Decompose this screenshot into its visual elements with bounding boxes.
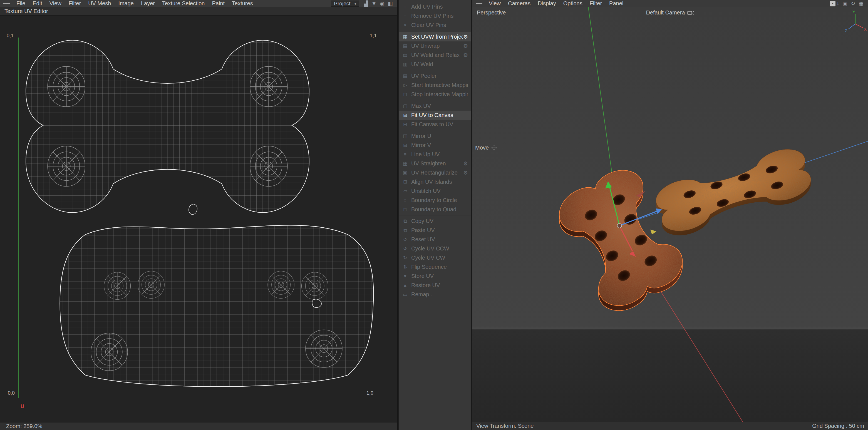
command-label: Remove UV Pins [411, 13, 468, 19]
uv-island-small-a[interactable] [189, 204, 197, 215]
command-store-uv[interactable]: ▼Store UV [399, 272, 471, 281]
command-max-uv[interactable]: ▢Max UV [399, 101, 471, 111]
command-uv-peeler[interactable]: ▤UV Peeler [399, 71, 471, 81]
uv-canvas[interactable]: 0,1 1,1 0,0 1,0 U [0, 16, 397, 422]
command-boundary-to-quad[interactable]: □Boundary to Quad [399, 205, 471, 214]
command-label: Unstitch UV [411, 188, 468, 194]
menu-item-filter[interactable]: Filter [65, 0, 85, 7]
gear-icon[interactable]: ⚙ [463, 170, 468, 176]
uv-corner-top-right: 1,1 [370, 33, 377, 39]
lock-icon[interactable]: ◧ [386, 0, 395, 7]
command-boundary-to-circle[interactable]: ○Boundary to Circle [399, 196, 471, 205]
remap-icon: ▭ [401, 291, 409, 298]
grid-icon[interactable]: ▦ [857, 0, 865, 7]
menu-item-panel[interactable]: Panel [606, 0, 627, 7]
command-label: Add UV Pins [411, 4, 468, 10]
command-flip-sequence[interactable]: ⇅Flip Sequence [399, 263, 471, 272]
viewport-menubar-right: ◐↓▣↻▦ ▪ [828, 0, 866, 7]
uv-corner-bottom-left: 0,0 [8, 390, 15, 396]
lock-icon[interactable]: ▣ [841, 0, 849, 7]
command-align-uv-islands[interactable]: ⊞Align UV Islands [399, 177, 471, 186]
project-dropdown-label: Project [334, 1, 350, 7]
gear-icon[interactable]: ⚙ [463, 52, 468, 58]
gear-icon[interactable]: ⚙ [463, 160, 468, 167]
command-reset-uv[interactable]: ↺Reset UV [399, 235, 471, 244]
menu-item-display[interactable]: Display [534, 0, 560, 7]
command-cycle-uv-ccw[interactable]: ↺Cycle UV CCW [399, 244, 471, 253]
command-mirror-u[interactable]: ◫Mirror U [399, 131, 471, 141]
biscuit-back[interactable] [652, 144, 815, 241]
uv-straighten-icon: ▦ [401, 161, 409, 166]
menu-item-edit[interactable]: Edit [29, 0, 45, 7]
command-label: Stop Interactive Mapping [411, 91, 468, 98]
axis-y-label: Y [852, 9, 855, 14]
command-label: Copy UV [411, 218, 468, 224]
sphere-icon[interactable]: ◉ [378, 0, 386, 7]
menu-item-uv-mesh[interactable]: UV Mesh [85, 0, 115, 7]
command-uv-straighten[interactable]: ▦UV Straighten⚙ [399, 159, 471, 168]
menu-item-image[interactable]: Image [115, 0, 137, 7]
menu-item-options[interactable]: Options [560, 0, 586, 7]
menu-item-layer[interactable]: Layer [137, 0, 158, 7]
stop-interactive-mapping-icon: ◻ [401, 91, 409, 97]
command-line-up-uv[interactable]: ≡Line Up UV [399, 150, 471, 159]
menu-item-paint[interactable]: Paint [208, 0, 228, 7]
arrow-down-icon[interactable]: ↓ [835, 0, 841, 7]
tab-texture-uv-editor[interactable]: Texture UV Editor [0, 8, 53, 14]
menu-item-file[interactable]: File [13, 0, 29, 7]
gear-icon[interactable]: ⚙ [463, 34, 468, 40]
command-paste-uv[interactable]: ⧉Paste UV [399, 226, 471, 235]
command-copy-uv[interactable]: ⧉Copy UV [399, 217, 471, 226]
command-group: ▦Set UVW from Projection⚙▤UV Unwrap⚙▤UV … [399, 31, 471, 70]
command-restore-uv[interactable]: ▲Restore UV [399, 281, 471, 290]
command-fit-uv-to-canvas[interactable]: ⊞Fit UV to Canvas [399, 111, 471, 120]
command-label: Boundary to Quad [411, 206, 468, 213]
command-set-uvw-from-projection[interactable]: ▦Set UVW from Projection⚙ [399, 32, 471, 41]
add-uv-pins-icon: + [401, 4, 409, 10]
command-uv-weld-and-relax[interactable]: ▤UV Weld and Relax⚙ [399, 51, 471, 60]
menu-item-filter[interactable]: Filter [586, 0, 606, 7]
menu-item-view[interactable]: View [485, 0, 504, 7]
gear-icon[interactable]: ⚙ [463, 43, 468, 49]
panel-menu-icon[interactable] [476, 2, 483, 5]
uv-island-small-b[interactable] [312, 299, 321, 307]
uv-statusbar: Zoom: 259.0% [0, 422, 397, 430]
command-mirror-v[interactable]: ⊟Mirror V [399, 141, 471, 150]
bar-chart-icon[interactable]: ▟ [362, 0, 370, 7]
remove-uv-pins-icon: − [401, 13, 409, 19]
menu-item-view[interactable]: View [46, 0, 65, 7]
axis-gizmo[interactable]: Y X Z [842, 8, 867, 36]
default-camera-label[interactable]: Default Camera [472, 9, 868, 16]
command-cycle-uv-cw[interactable]: ↻Cycle UV CW [399, 253, 471, 263]
command-group: ◫Mirror U⊟Mirror V≡Line Up UV▦UV Straigh… [399, 130, 471, 215]
filter-icon[interactable]: ▼ [370, 0, 378, 7]
mirror-u-icon: ◫ [401, 133, 409, 139]
menu-item-texture-selection[interactable]: Texture Selection [158, 0, 208, 7]
command-uv-unwrap[interactable]: ▤UV Unwrap⚙ [399, 41, 471, 51]
gizmo-center[interactable] [617, 223, 622, 228]
gizmo-plane-handle[interactable] [650, 229, 656, 235]
command-remap[interactable]: ▭Remap... [399, 290, 471, 299]
sync-icon[interactable]: ↻ [849, 0, 857, 7]
command-stop-interactive-mapping[interactable]: ◻Stop Interactive Mapping [399, 90, 471, 99]
command-start-interactive-mapping[interactable]: ▷Start Interactive Mapping [399, 81, 471, 90]
command-clear-uv-pins[interactable]: ×Clear UV Pins [399, 21, 471, 30]
uv-island-bottom[interactable] [60, 225, 373, 387]
command-uv-weld[interactable]: ▥UV Weld [399, 60, 471, 69]
command-unstitch-uv[interactable]: ▱Unstitch UV [399, 186, 471, 196]
command-label: Line Up UV [411, 151, 468, 158]
viewport-3d[interactable]: Perspective Default Camera Move Y [472, 7, 868, 422]
default-camera-text: Default Camera [646, 9, 685, 16]
uv-island-top[interactable] [26, 40, 309, 213]
menu-item-cameras[interactable]: Cameras [504, 0, 534, 7]
project-dropdown[interactable]: Project ▾ [331, 1, 359, 7]
command-remove-uv-pins[interactable]: −Remove UV Pins [399, 11, 471, 21]
uv-rectangularize-icon: ▣ [401, 170, 409, 176]
menu-item-textures[interactable]: Textures [228, 0, 257, 7]
window-corner-button[interactable]: ▪ [830, 1, 835, 6]
command-uv-rectangularize[interactable]: ▣UV Rectangularize⚙ [399, 168, 471, 177]
panel-menu-icon[interactable] [3, 2, 10, 5]
command-add-uv-pins[interactable]: +Add UV Pins [399, 2, 471, 11]
command-fit-canvas-to-uv[interactable]: ⊟Fit Canvas to UV [399, 120, 471, 129]
set-uvw-from-projection-icon: ▦ [401, 34, 409, 40]
